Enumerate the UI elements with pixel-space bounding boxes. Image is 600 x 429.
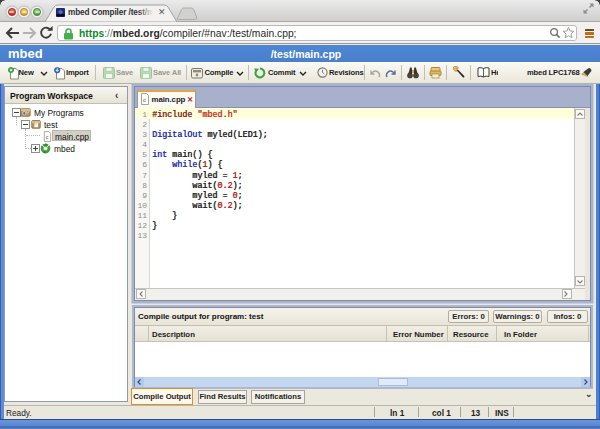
svg-text:c: c [143,97,146,103]
svg-text:c: c [46,134,49,140]
